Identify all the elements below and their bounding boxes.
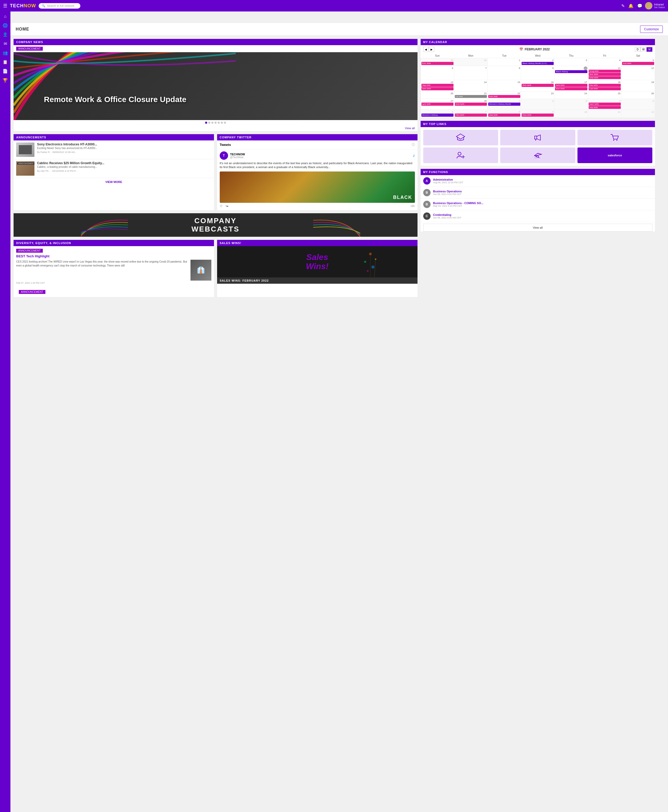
cal-day-3-2[interactable]: 22Kels birth <box>488 91 521 99</box>
cal-day-2-6[interactable]: 19 <box>621 80 655 91</box>
carousel-dot-3[interactable] <box>211 122 214 124</box>
functions-view-all[interactable]: View all <box>423 224 653 232</box>
cal-day-1-4[interactable]: 10Black History <box>554 66 588 80</box>
calendar-event[interactable]: Rich birth <box>522 84 554 87</box>
carousel-dot-1[interactable] <box>205 122 207 124</box>
calendar-event[interactable]: Erin' birth <box>421 62 454 65</box>
calendar-event[interactable]: Kels birth <box>488 95 520 98</box>
link-item-announcements[interactable] <box>500 130 575 145</box>
view-all-news-link[interactable]: View all <box>405 127 415 130</box>
calendar-event[interactable]: Greg birth <box>589 70 621 73</box>
cal-day-1-3[interactable]: 9 <box>521 66 554 80</box>
calendar-event[interactable]: Just birth <box>622 62 654 65</box>
cal-day-1-2[interactable]: 8 <box>488 66 521 80</box>
cal-day-1-6[interactable]: 12 <box>621 66 655 80</box>
calendar-event[interactable]: Olivi birth <box>455 114 487 117</box>
sidebar-item-content[interactable]: 📋 <box>3 60 8 65</box>
hamburger-menu[interactable]: ☰ <box>3 3 7 8</box>
sales-hero[interactable]: SalesWins! <box>217 246 418 277</box>
function-item-0[interactable]: A Administrative Aug 06, 2021 12:33 PM C… <box>421 175 655 187</box>
cal-day-5-5[interactable]: 11 <box>588 110 621 118</box>
cal-day-3-5[interactable]: 25 <box>588 91 621 99</box>
share-icon[interactable]: ↪ <box>226 204 228 208</box>
sidebar-item-network[interactable]: 🌐 <box>3 23 8 28</box>
cal-day-5-4[interactable]: 10 <box>554 110 588 118</box>
function-item-3[interactable]: C Credentialing Jun 08, 2021 8:06 AM CDT <box>421 211 655 222</box>
cal-next-button[interactable]: ▶ <box>429 47 434 52</box>
calendar-event[interactable]: Lynr birth <box>421 103 454 106</box>
carousel-dot-6[interactable] <box>221 122 223 124</box>
cal-day-3-6[interactable]: 26 <box>621 91 655 99</box>
cal-day-2-0[interactable]: 13Vayi birthSam birth <box>421 80 454 91</box>
cal-day-0-0[interactable]: 30Erin' birth <box>421 58 454 66</box>
calendar-event[interactable]: Erin' birth <box>555 87 587 90</box>
carousel-dot-5[interactable] <box>218 122 220 124</box>
cal-day-4-0[interactable]: 27Lynr birth <box>421 99 454 110</box>
cal-day-0-5[interactable]: 4 <box>588 58 621 66</box>
link-item-add-user[interactable] <box>423 147 498 163</box>
cal-day-5-6[interactable]: 12 <box>621 110 655 118</box>
calendar-event[interactable]: Black History <box>555 70 587 74</box>
cal-day-4-2[interactable]: 1Women's History Month <box>488 99 521 110</box>
carousel-dot-2[interactable] <box>208 122 210 124</box>
cal-day-2-2[interactable]: 15 <box>488 80 521 91</box>
link-item-travel[interactable] <box>500 147 575 163</box>
cal-day-2-4[interactable]: 17Ashl birthErin' birth <box>554 80 588 91</box>
cal-day-4-5[interactable]: 4Sam' birthHea birth <box>588 99 621 110</box>
info-icon[interactable]: ⓘ <box>412 142 415 147</box>
cal-prev-button[interactable]: ◀ <box>423 47 428 52</box>
link-item-salesforce[interactable]: salesforce <box>578 147 653 163</box>
search-box[interactable]: 🔍 Search in full network <box>38 3 80 8</box>
cal-day-1-5[interactable]: 11Greg birthJenr birthShei birth <box>588 66 621 80</box>
view-more-link[interactable]: VIEW MORE <box>105 180 122 184</box>
calendar-event[interactable]: Hea birth <box>589 106 621 109</box>
calendar-event[interactable]: Women's History <box>421 114 454 117</box>
cal-day-3-0[interactable]: 20 <box>421 91 454 99</box>
cal-day-0-4[interactable]: 3 <box>554 58 588 66</box>
calendar-event[interactable]: Women's History Month <box>488 103 520 106</box>
function-item-1[interactable]: B Business Operations Jun 08, 2021 9:02 … <box>421 187 655 199</box>
cal-day-1-1[interactable]: 7 <box>454 66 488 80</box>
webcasts-banner[interactable]: COMPANY WEBCASTS <box>13 213 418 237</box>
cal-day-5-2[interactable]: 8Jear birth <box>488 110 521 118</box>
sidebar-item-home[interactable]: ⌂ <box>4 14 7 19</box>
sidebar-item-profile[interactable]: 👤 <box>3 32 8 37</box>
calendar-event[interactable]: Jenr birth <box>589 73 621 76</box>
diversity-article-title[interactable]: BEST Tech Highlight <box>16 254 211 258</box>
edit-icon[interactable]: ✎ <box>621 3 625 8</box>
calendar-event[interactable]: Black History Month (U.S.) <box>522 62 554 65</box>
news-hero[interactable]: Remote Work & Office Closure Update REMO… <box>13 52 418 120</box>
function-item-2[interactable]: B Business Operations - COMING SO... May… <box>421 199 655 211</box>
cal-day-4-6[interactable]: 5 <box>621 99 655 110</box>
cal-day-2-3[interactable]: 16Rich birth <box>521 80 554 91</box>
cal-week-button[interactable]: W <box>640 47 646 52</box>
calendar-event[interactable]: Smit birth <box>455 103 487 106</box>
cal-day-5-3[interactable]: 9Dine birth <box>521 110 554 118</box>
calendar-event[interactable]: Dav birth <box>589 84 621 87</box>
user-area[interactable]: Intranet Set Status <box>645 2 665 9</box>
carousel-dot-7[interactable] <box>224 122 226 124</box>
sidebar-item-community[interactable]: 👥 <box>3 50 8 55</box>
calendar-event[interactable]: Vayi birth <box>421 84 454 87</box>
cal-day-0-1[interactable]: 31 <box>454 58 488 66</box>
calendar-event[interactable]: Shei birth <box>589 76 621 79</box>
calendar-event[interactable]: Sam' birth <box>589 103 621 106</box>
carousel-dot-4[interactable] <box>214 122 217 124</box>
cal-day-4-4[interactable]: 3 <box>554 99 588 110</box>
cal-day-1-0[interactable]: 6 <box>421 66 454 80</box>
link-item-education[interactable] <box>423 130 498 145</box>
cal-day-5-0[interactable]: 6Women's History <box>421 110 454 118</box>
announcement-title-2[interactable]: Cablinc Receives $25 Million Growth Equi… <box>37 161 104 165</box>
cal-day-4-1[interactable]: 28Smit birth <box>454 99 488 110</box>
calendar-event[interactable]: Carl birth <box>589 87 621 90</box>
like-icon[interactable]: ♡ <box>220 204 222 208</box>
cal-day-button[interactable]: D <box>635 47 640 52</box>
announcement-title-1[interactable]: Sony Electronics Introduces HT-A3000... <box>37 142 97 146</box>
sidebar-item-messages[interactable]: ✉ <box>3 41 7 46</box>
sidebar-item-documents[interactable]: 📄 <box>3 69 8 74</box>
calendar-event[interactable]: Ashl birth <box>555 84 587 87</box>
cal-month-button[interactable]: M <box>646 47 652 52</box>
calendar-event[interactable]: Jear birth <box>488 114 520 117</box>
calendar-event[interactable]: Dine birth <box>522 114 554 117</box>
sidebar-item-achievements[interactable]: 🏆 <box>3 78 8 83</box>
